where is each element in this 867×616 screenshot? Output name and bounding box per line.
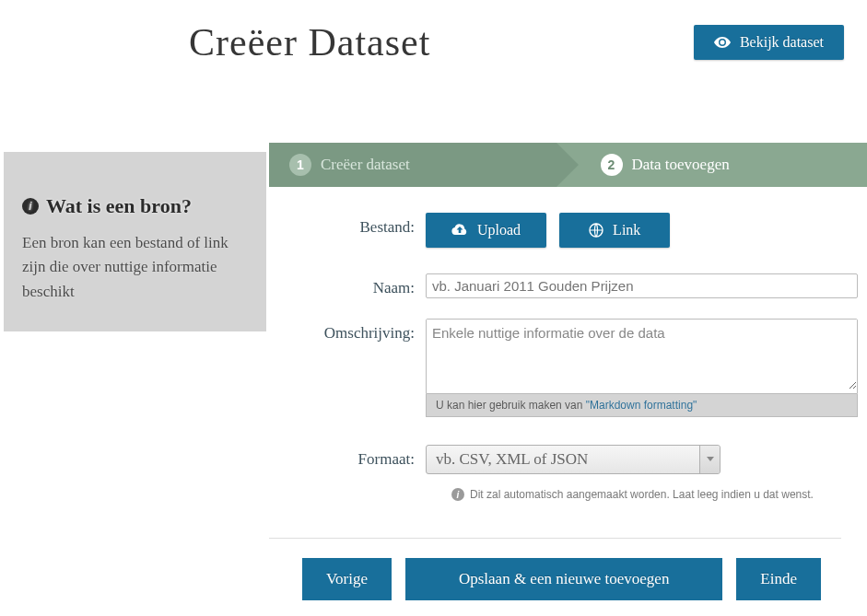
description-input[interactable] <box>427 320 857 389</box>
stage-add-data[interactable]: 2 Data toevoegen <box>557 143 868 187</box>
row-format: Formaat: vb. CSV, XML of JSON i Dit zal … <box>269 445 841 501</box>
upload-button[interactable]: Upload <box>426 213 546 248</box>
format-select-value: vb. CSV, XML of JSON <box>436 450 588 468</box>
view-dataset-button[interactable]: Bekijk dataset <box>694 25 844 60</box>
page-header: Creëer Dataset Bekijk dataset <box>0 17 867 67</box>
wizard-stages: 1 Creëer dataset 2 Data toevoegen <box>269 143 867 187</box>
previous-button[interactable]: Vorige <box>302 558 392 600</box>
chevron-down-icon <box>699 446 720 473</box>
form-area: Bestand: Upload Link <box>269 187 867 610</box>
name-label: Naam: <box>269 273 415 298</box>
format-hint: i Dit zal automatisch aangemaakt worden.… <box>451 488 841 501</box>
link-button[interactable]: Link <box>559 213 670 248</box>
row-name: Naam: <box>269 273 841 298</box>
stage-2-label: Data toevoegen <box>632 156 730 174</box>
file-label: Bestand: <box>269 213 415 248</box>
cloud-upload-icon <box>451 224 468 237</box>
main-content: 1 Creëer dataset 2 Data toevoegen Bestan… <box>269 143 867 610</box>
sidebar-heading: i Wat is een bron? <box>22 194 248 218</box>
description-wrap <box>426 319 858 394</box>
name-input[interactable] <box>426 273 858 298</box>
format-select[interactable]: vb. CSV, XML of JSON <box>426 445 721 474</box>
format-label: Formaat: <box>269 445 415 501</box>
page-title: Creëer Dataset <box>189 20 430 64</box>
info-icon: i <box>451 488 464 501</box>
footer-actions: Vorige Opslaan & een nieuwe toevoegen Ei… <box>269 539 841 600</box>
stage-create-dataset[interactable]: 1 Creëer dataset <box>269 143 557 187</box>
sidebar-body: Een bron kan een bestand of link zijn di… <box>22 231 248 304</box>
sidebar-help: i Wat is een bron? Een bron kan een best… <box>4 152 266 331</box>
format-hint-text: Dit zal automatisch aangemaakt worden. L… <box>470 488 814 501</box>
markdown-hint-text: U kan hier gebruik maken van <box>436 399 586 412</box>
row-description: Omschrijving: U kan hier gebruik maken v… <box>269 319 841 417</box>
stage-1-number: 1 <box>289 154 311 176</box>
description-label: Omschrijving: <box>269 319 415 417</box>
save-add-button[interactable]: Opslaan & een nieuwe toevoegen <box>405 558 722 600</box>
eye-icon <box>714 37 731 48</box>
sidebar-heading-text: Wat is een bron? <box>46 194 192 218</box>
link-label: Link <box>613 222 640 238</box>
row-file: Bestand: Upload Link <box>269 213 841 248</box>
upload-label: Upload <box>477 222 521 238</box>
markdown-hint: U kan hier gebruik maken van "Markdown f… <box>426 394 858 417</box>
stage-1-label: Creëer dataset <box>321 156 410 174</box>
markdown-link[interactable]: "Markdown formatting" <box>586 399 697 412</box>
view-dataset-label: Bekijk dataset <box>740 34 824 51</box>
globe-icon <box>589 223 603 238</box>
finish-button[interactable]: Einde <box>736 558 821 600</box>
stage-2-number: 2 <box>601 154 623 176</box>
info-icon: i <box>22 198 39 215</box>
